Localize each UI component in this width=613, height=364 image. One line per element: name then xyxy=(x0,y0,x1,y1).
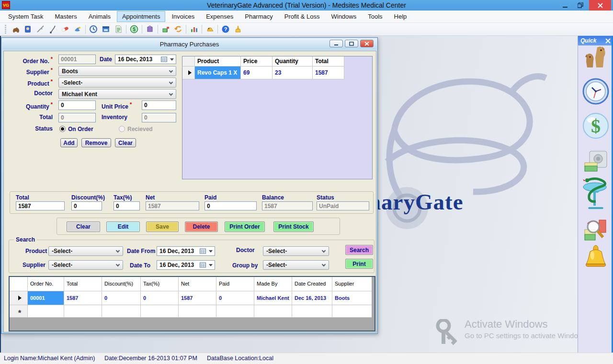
orders-grid-new-row[interactable] xyxy=(10,305,375,318)
date-from-picker[interactable]: 16 Dec, 2013 xyxy=(157,246,215,256)
orders-col-supplier[interactable]: Supplier xyxy=(332,277,372,291)
cell-supplier[interactable]: Boots xyxy=(332,291,372,305)
sidebar-close-icon[interactable] xyxy=(605,38,611,44)
orders-col-net[interactable]: Net xyxy=(179,277,216,291)
search-product-dropdown[interactable]: -Select- xyxy=(48,246,123,256)
print-button[interactable]: Print xyxy=(345,259,373,269)
menu-invoices[interactable]: Invoices xyxy=(166,11,200,22)
search-doctor-dropdown[interactable]: -Select- xyxy=(263,246,329,256)
menu-profit-loss[interactable]: Profit & Loss xyxy=(279,11,325,22)
totals-discount-field[interactable] xyxy=(71,201,102,210)
totals-total-field[interactable] xyxy=(16,201,65,210)
toolbar-payments-button[interactable]: $ xyxy=(128,23,140,35)
toolbar-cleanup-button[interactable] xyxy=(232,23,244,35)
remove-button[interactable]: Remove xyxy=(81,138,111,147)
inventory-field[interactable] xyxy=(142,113,176,122)
sidebar-cashbox-button[interactable] xyxy=(582,150,609,174)
toolbar-vaccination-button[interactable] xyxy=(46,23,59,35)
dialog-close-button[interactable] xyxy=(360,40,374,47)
menu-animals[interactable]: Animals xyxy=(83,11,116,22)
sidebar-pets-button[interactable] xyxy=(582,44,609,70)
cell-paid[interactable]: 0 xyxy=(216,291,254,305)
line-total-field[interactable] xyxy=(58,113,96,122)
orders-col-made-by[interactable]: Made By xyxy=(254,277,292,291)
menu-masters[interactable]: Masters xyxy=(49,11,82,22)
unit-price-field[interactable] xyxy=(142,100,176,110)
dialog-minimize-button[interactable] xyxy=(329,40,343,47)
restore-button[interactable] xyxy=(573,0,588,11)
quantity-field[interactable] xyxy=(58,100,96,110)
totals-status-field[interactable] xyxy=(317,201,369,210)
items-grid-col-product[interactable]: Product xyxy=(195,56,241,66)
menu-pharmacy[interactable]: Pharmacy xyxy=(239,11,278,22)
delete-button[interactable]: Delete xyxy=(185,221,218,232)
toolbar-clients-button[interactable] xyxy=(22,23,34,35)
date-dropdown-arrow-icon[interactable] xyxy=(170,58,174,61)
orders-col-discount[interactable]: Discount(%) xyxy=(102,277,141,291)
menu-tools[interactable]: Tools xyxy=(363,11,387,22)
date-picker[interactable]: 16 Dec, 2013 xyxy=(115,55,176,64)
group-by-dropdown[interactable]: -Select- xyxy=(263,260,329,270)
status-on-order-radio[interactable]: On Order xyxy=(59,124,93,133)
toolbar-help-button[interactable]: ? xyxy=(219,23,232,35)
menu-windows[interactable]: Windows xyxy=(326,11,362,22)
clear-button[interactable]: Clear xyxy=(67,221,100,232)
sidebar-search-reports-button[interactable] xyxy=(582,216,609,243)
sidebar-clock-button[interactable] xyxy=(582,78,609,105)
search-supplier-dropdown[interactable]: -Select- xyxy=(48,260,123,270)
orders-col-total[interactable]: Total xyxy=(64,277,102,291)
totals-balance-field[interactable] xyxy=(262,201,313,210)
doctor-dropdown[interactable]: Michael Kent xyxy=(58,89,176,99)
add-button[interactable]: Add xyxy=(60,138,78,147)
sidebar-pharmacy-button[interactable] xyxy=(582,176,609,212)
save-button[interactable]: Save xyxy=(146,221,179,232)
orders-grid-row[interactable]: 00001 1587 0 0 1587 0 Michael Kent Dec 1… xyxy=(10,291,375,305)
sidebar-alerts-button[interactable] xyxy=(582,244,609,273)
cell-total[interactable]: 1587 xyxy=(313,66,344,79)
toolbar-expenses-button[interactable] xyxy=(144,23,156,35)
cell-date-created[interactable]: Dec 16, 2013 xyxy=(292,291,332,305)
cell-order-no[interactable]: 00001 xyxy=(28,291,64,305)
toolbar-schedule-button[interactable] xyxy=(100,23,112,35)
toolbar-appointments-button[interactable] xyxy=(87,23,100,35)
clear-line-button[interactable]: Clear xyxy=(115,138,136,147)
cell-tax[interactable]: 0 xyxy=(141,291,179,305)
totals-tax-field[interactable] xyxy=(114,201,140,210)
toolbar-refunds-button[interactable] xyxy=(172,23,184,35)
print-order-button[interactable]: Print Order xyxy=(225,221,265,232)
cell-product[interactable]: Revo Caps 1 X xyxy=(195,66,241,79)
orders-col-tax[interactable]: Tax(%) xyxy=(141,277,179,291)
sidebar-payments-button[interactable]: $ xyxy=(582,112,609,139)
cell-discount[interactable]: 0 xyxy=(102,291,141,305)
supplier-dropdown[interactable]: Boots xyxy=(58,66,176,76)
toolbar-reports-button[interactable] xyxy=(188,23,200,35)
cell-quantity[interactable]: 23 xyxy=(272,66,313,79)
totals-paid-field[interactable] xyxy=(204,201,257,210)
cell-made-by[interactable]: Michael Kent xyxy=(254,291,292,305)
status-received-radio[interactable]: Recieved xyxy=(119,124,153,133)
date-to-picker[interactable]: 16 Dec, 2013 xyxy=(157,260,215,270)
orders-col-paid[interactable]: Paid xyxy=(216,277,254,291)
items-grid-col-price[interactable]: Price xyxy=(241,56,272,66)
toolbar-animals-button[interactable] xyxy=(9,23,22,35)
menu-appointments[interactable]: Appointments xyxy=(117,11,166,22)
toolbar-grooming-button[interactable] xyxy=(34,23,46,35)
items-grid-col-total[interactable]: Total xyxy=(313,56,344,66)
toolbar-invoice-button[interactable] xyxy=(112,23,125,35)
toolbar-medicine-button[interactable] xyxy=(59,23,71,35)
search-button[interactable]: Search xyxy=(345,245,373,255)
menu-system-task[interactable]: System Task xyxy=(3,11,48,22)
row-selector[interactable] xyxy=(10,291,28,305)
orders-col-order-no[interactable]: Order No. xyxy=(28,277,64,291)
cell-total[interactable]: 1587 xyxy=(64,291,102,305)
toolbar-reminders-button[interactable] xyxy=(204,23,216,35)
cell-net[interactable]: 1587 xyxy=(179,291,216,305)
dialog-maximize-button[interactable] xyxy=(345,40,358,47)
items-grid-col-quantity[interactable]: Quantity xyxy=(272,56,313,66)
menu-help[interactable]: Help xyxy=(389,11,412,22)
toolbar-purchases-button[interactable] xyxy=(159,23,172,35)
menu-expenses[interactable]: Expenses xyxy=(201,11,238,22)
product-dropdown[interactable]: -Select- xyxy=(58,77,176,88)
order-no-field[interactable] xyxy=(58,55,96,64)
totals-net-field[interactable] xyxy=(146,201,199,210)
